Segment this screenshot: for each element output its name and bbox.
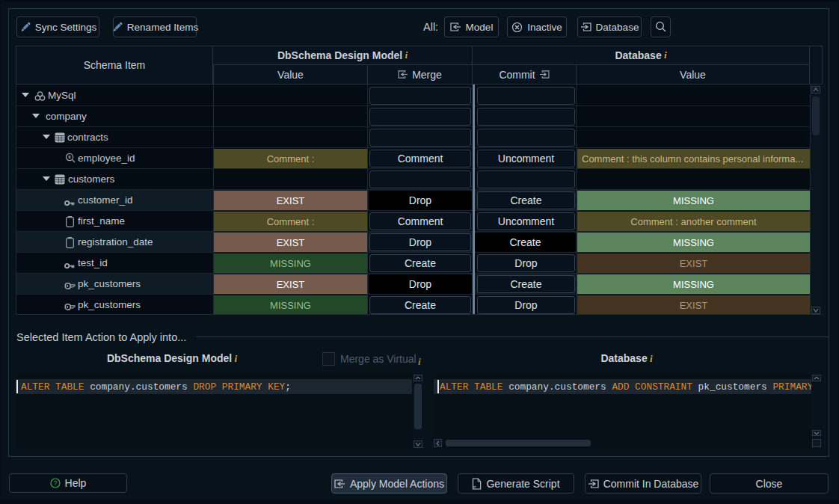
svg-text:?: ? (53, 479, 57, 487)
